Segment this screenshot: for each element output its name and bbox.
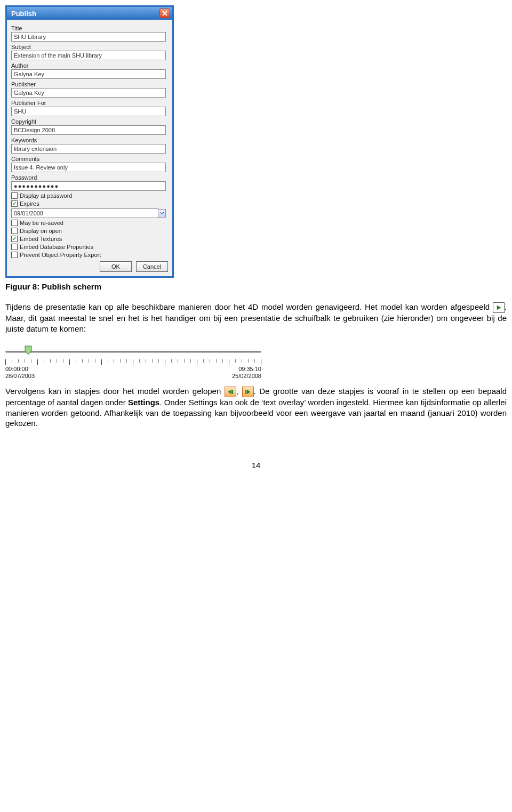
p2-text-a: Vervolgens kan in stapjes door het model…	[5, 387, 225, 396]
paragraph-1: Tijdens de presentatie kan op alle besch…	[5, 302, 507, 334]
close-icon	[162, 11, 167, 16]
svg-marker-0	[497, 305, 501, 310]
embed-textures-row[interactable]: Embed Textures	[11, 236, 168, 242]
subject-label: Subject	[11, 44, 168, 50]
checkbox-checked-icon[interactable]	[11, 236, 18, 242]
titlebar[interactable]: Publish	[7, 7, 172, 20]
password-input[interactable]	[11, 181, 166, 191]
keywords-label: Keywords	[11, 137, 168, 143]
svg-marker-4	[247, 390, 250, 394]
expires-row[interactable]: Expires	[11, 200, 168, 207]
slider-end-time: 09:35:10	[238, 366, 261, 373]
comments-input[interactable]	[11, 163, 166, 172]
timeline-slider[interactable]: 00:00:00 28/07/2003 09:35:10 25/02/2008	[5, 344, 261, 380]
prevent-export-label: Prevent Object Property Export	[20, 252, 101, 258]
p1-text-a: Tijdens de presentatie kan op alle besch…	[5, 302, 493, 311]
may-be-resaved-label: May be re-saved	[20, 220, 63, 226]
cancel-button[interactable]: Cancel	[136, 261, 168, 272]
p2-text-b: ,	[236, 387, 242, 396]
chevron-down-icon	[160, 212, 164, 215]
settings-word: Settings	[128, 398, 159, 407]
display-at-password-row[interactable]: Display at password	[11, 192, 168, 199]
embed-db-props-row[interactable]: Embed Database Properties	[11, 244, 168, 250]
slider-start-date: 28/07/2003	[5, 373, 35, 380]
embed-db-props-label: Embed Database Properties	[20, 244, 93, 250]
checkbox-icon[interactable]	[11, 252, 18, 258]
author-input[interactable]	[11, 69, 166, 79]
checkbox-icon[interactable]	[11, 244, 18, 250]
svg-rect-2	[232, 390, 233, 394]
slider-ticks	[5, 359, 261, 365]
publisher-label: Publisher	[11, 81, 168, 87]
slider-track[interactable]	[5, 351, 261, 353]
display-at-password-label: Display at password	[20, 192, 72, 199]
figure-caption: Figuur 8: Publish scherm	[5, 282, 507, 291]
paragraph-2: Vervolgens kan in stapjes door het model…	[5, 386, 507, 429]
prevent-export-row[interactable]: Prevent Object Property Export	[11, 252, 168, 258]
display-on-open-label: Display on open	[20, 228, 62, 234]
page-number: 14	[0, 461, 512, 470]
cancel-label: Cancel	[143, 263, 161, 270]
subject-input[interactable]	[11, 51, 166, 60]
step-back-icon	[225, 387, 236, 397]
slider-start-time: 00:00:00	[5, 366, 35, 373]
checkbox-icon[interactable]	[11, 192, 18, 199]
slider-end-date: 25/02/2008	[232, 373, 261, 380]
svg-rect-3	[245, 390, 246, 394]
keywords-input[interactable]	[11, 144, 166, 154]
comments-label: Comments	[11, 156, 168, 162]
svg-marker-1	[228, 390, 231, 394]
expires-label: Expires	[20, 200, 39, 207]
checkbox-icon[interactable]	[11, 220, 18, 226]
embed-textures-label: Embed Textures	[20, 236, 62, 242]
copyright-input[interactable]	[11, 125, 166, 135]
dialog-title: Publish	[11, 10, 36, 18]
author-label: Author	[11, 62, 168, 69]
publisher-for-label: Publisher For	[11, 100, 168, 106]
expires-date-dropdown[interactable]	[158, 209, 166, 218]
checkbox-icon[interactable]	[11, 228, 18, 234]
publisher-input[interactable]	[11, 88, 166, 98]
slider-end-label: 09:35:10 25/02/2008	[232, 366, 261, 380]
step-forward-icon	[242, 387, 254, 397]
checkbox-checked-icon[interactable]	[11, 200, 18, 207]
password-label: Password	[11, 174, 168, 181]
title-label: Title	[11, 25, 168, 31]
document-body: Figuur 8: Publish scherm Tijdens de pres…	[5, 282, 507, 334]
slider-start-label: 00:00:00 28/07/2003	[5, 366, 35, 380]
ok-button[interactable]: OK	[100, 261, 132, 272]
close-button[interactable]	[159, 9, 170, 18]
slider-handle[interactable]	[25, 345, 32, 355]
may-be-resaved-row[interactable]: May be re-saved	[11, 220, 168, 226]
title-input[interactable]	[11, 32, 166, 42]
publish-dialog: Publish Title Subject Author Publisher P…	[5, 5, 174, 278]
play-icon	[493, 302, 505, 313]
document-body-2: Vervolgens kan in stapjes door het model…	[5, 386, 507, 429]
publisher-for-input[interactable]	[11, 107, 166, 116]
copyright-label: Copyright	[11, 118, 168, 125]
dialog-body: Title Subject Author Publisher Publisher…	[7, 20, 172, 276]
ok-label: OK	[111, 263, 120, 270]
expires-date-input[interactable]	[11, 208, 158, 218]
display-on-open-row[interactable]: Display on open	[11, 228, 168, 234]
